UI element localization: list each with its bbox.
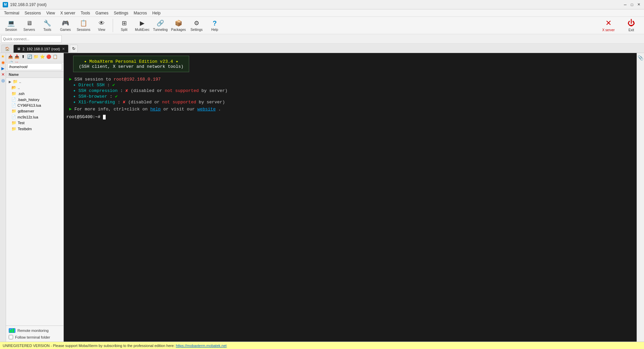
- toolbar-tools[interactable]: 🔧 Tools: [39, 17, 56, 34]
- tree-item-label: CY96F613.lua: [17, 103, 41, 107]
- right-panel-icon[interactable]: 📎: [637, 54, 644, 61]
- left-files-icon[interactable]: ▶: [0, 66, 6, 71]
- terminal-area[interactable]: ✦ MobaXterm Personal Edition v23.4 ✦ (SS…: [64, 53, 637, 342]
- toolbar-games[interactable]: 🎮 Games: [57, 17, 74, 34]
- sidebar-toolbar: 📤 📥 ⬆ 🔄 📁 ⭐ 🔴 📋 🔎 ✕: [6, 53, 63, 62]
- status-text: UNREGISTERED VERSION - Please support Mo…: [3, 344, 175, 348]
- toolbar-servers[interactable]: 🖥 Servers: [21, 17, 38, 34]
- tab-refresh-button[interactable]: ↻: [70, 45, 78, 53]
- toolbar-packages[interactable]: 📦 Packages: [170, 17, 187, 34]
- servers-icon: 🖥: [25, 19, 33, 27]
- tree-item-label: .bash_history: [17, 98, 39, 102]
- toolbar-view[interactable]: 👁 View: [93, 17, 110, 34]
- toolbar-exit[interactable]: ⏻ Exit: [621, 17, 641, 34]
- file-icon: 📄: [11, 103, 16, 107]
- sidebar-copy-btn[interactable]: 📋: [52, 54, 58, 60]
- menu-settings[interactable]: Settings: [111, 10, 131, 16]
- toolbar-xserver[interactable]: ✕ X server: [598, 17, 619, 34]
- tree-item-bash-history[interactable]: 📄 .bash_history: [6, 97, 63, 102]
- menu-games[interactable]: Games: [93, 10, 111, 16]
- left-red-icon[interactable]: ✕: [0, 72, 6, 77]
- tree-item-label: .ssh: [18, 92, 24, 96]
- close-button[interactable]: ✕: [636, 2, 641, 7]
- menu-macros[interactable]: Macros: [131, 10, 150, 16]
- website-link[interactable]: website: [197, 107, 216, 112]
- welcome-box: ✦ MobaXterm Personal Edition v23.4 ✦ (SS…: [73, 56, 189, 72]
- file-icon: 📄: [11, 115, 16, 119]
- ssh-info-block: ► SSH session to root@192.168.0.197 ✦ Di…: [66, 77, 634, 112]
- left-sessions-icon[interactable]: ◉: [0, 60, 6, 65]
- folder-icon: 📁: [13, 79, 18, 84]
- path-input[interactable]: [7, 63, 62, 70]
- info-line: ► For more info, ctrl+click on help or v…: [69, 107, 634, 112]
- sidebar-upload-btn[interactable]: 📤: [7, 54, 13, 60]
- tree-item-label: ..: [18, 86, 20, 90]
- tree-item-dotdot-top[interactable]: ▶ 📁 ..: [6, 79, 63, 85]
- quick-connect-input[interactable]: [1, 35, 62, 43]
- info-arrow-icon: ►: [69, 107, 72, 112]
- welcome-line1: ✦ MobaXterm Personal Edition v23.4 ✦: [79, 59, 183, 64]
- tree-item-dotdot[interactable]: 📂 ..: [6, 85, 63, 91]
- left-blue-icon[interactable]: ◎: [0, 78, 6, 83]
- toolbar-tunneling[interactable]: 🔗 Tunneling: [152, 17, 169, 34]
- tree-item-label: ..: [19, 80, 21, 84]
- toolbar-split[interactable]: ⊞ Split: [116, 17, 132, 34]
- follow-folder-checkbox[interactable]: [9, 335, 13, 339]
- maximize-button[interactable]: □: [629, 2, 635, 7]
- session-tab[interactable]: 🖥 2. 192.168.0.197 (root) ✕: [13, 45, 68, 53]
- tunneling-label: Tunneling: [153, 28, 168, 32]
- menu-tools[interactable]: Tools: [78, 10, 93, 16]
- title-bar-left: M 192.168.0.197 (root): [3, 2, 47, 7]
- tree-header-label: Name: [9, 72, 19, 77]
- quick-connect-bar: [0, 34, 644, 44]
- help-icon: ?: [211, 19, 219, 27]
- file-tree-header: Name: [6, 71, 63, 78]
- terminal-cursor: [103, 115, 106, 119]
- games-label: Games: [60, 28, 71, 32]
- tree-item-testbdm[interactable]: 📁 Testbdm: [6, 126, 63, 132]
- left-star-icon[interactable]: ★: [0, 54, 6, 59]
- toolbar: 💻 Session 🖥 Servers 🔧 Tools 🎮 Games 📋 Se…: [0, 17, 644, 34]
- home-icon: 🏠: [5, 47, 10, 51]
- ssh-session-line: ► SSH session to root@192.168.0.197: [69, 77, 634, 82]
- settings-icon: ⚙: [193, 19, 201, 27]
- tree-item-label: Testbdm: [18, 127, 32, 131]
- menu-sessions[interactable]: Sessions: [22, 10, 44, 16]
- toolbar-session[interactable]: 💻 Session: [3, 17, 19, 34]
- svg-rect-2: [13, 329, 14, 333]
- sidebar-download-btn[interactable]: 📥: [14, 54, 20, 60]
- sidebar-refresh-btn[interactable]: 🔄: [26, 54, 33, 60]
- title-bar-controls: ─ □ ✕: [623, 2, 641, 7]
- sidebar-new-folder-btn[interactable]: 📁: [33, 54, 39, 60]
- menu-view[interactable]: View: [44, 10, 58, 16]
- menu-terminal[interactable]: Terminal: [1, 10, 22, 16]
- help-link[interactable]: help: [150, 107, 161, 112]
- remote-monitoring-btn[interactable]: Remote monitoring: [7, 327, 62, 334]
- tree-item-mc9s12z[interactable]: 📄 mc9s12z.lua: [6, 114, 63, 120]
- toolbar-sessions[interactable]: 📋 Sessions: [75, 17, 92, 34]
- tree-item-gdbserver[interactable]: 📁 gdbserver: [6, 108, 63, 114]
- sidebar-up-btn[interactable]: ⬆: [20, 54, 26, 60]
- refresh-icon: ↻: [72, 46, 75, 51]
- tree-item-ssh[interactable]: 📁 .ssh: [6, 91, 63, 97]
- toolbar-multiexec[interactable]: ▶ MultiExec: [134, 17, 151, 34]
- folder-icon: 📁: [11, 120, 16, 125]
- toolbar-settings[interactable]: ⚙ Settings: [188, 17, 205, 34]
- right-toolbar: ✕ X server ⏻ Exit: [598, 17, 641, 34]
- packages-icon: 📦: [174, 19, 182, 27]
- tree-item-cy96[interactable]: 📄 CY96F613.lua: [6, 102, 63, 108]
- tools-icon: 🔧: [43, 19, 51, 27]
- toolbar-help[interactable]: ? Help: [206, 17, 223, 34]
- tab-close-button[interactable]: ✕: [62, 47, 65, 51]
- minimize-button[interactable]: ─: [623, 2, 628, 7]
- tree-item-test[interactable]: 📁 Test: [6, 120, 63, 126]
- sidebar-bookmark-btn[interactable]: ⭐: [39, 54, 45, 60]
- view-label: View: [98, 28, 105, 32]
- menu-xserver[interactable]: X server: [58, 10, 78, 16]
- menu-help[interactable]: Help: [150, 10, 163, 16]
- servers-label: Servers: [23, 28, 35, 32]
- sidebar-delete-btn[interactable]: 🔴: [46, 54, 52, 60]
- home-tab[interactable]: 🏠: [1, 45, 13, 53]
- multiexec-label: MultiExec: [135, 28, 149, 32]
- status-link[interactable]: https://mobaxterm.mobatek.net: [176, 344, 227, 348]
